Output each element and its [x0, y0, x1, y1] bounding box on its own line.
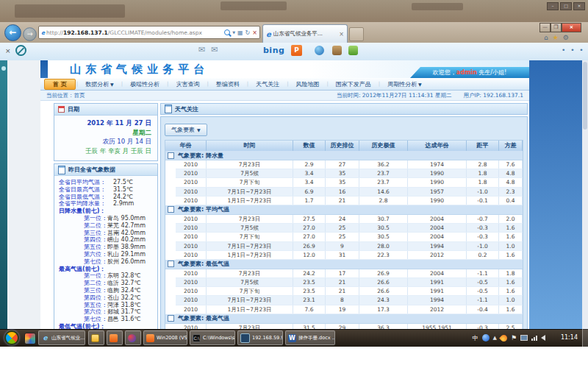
- taskbar-window-4[interactable]: Win2008 (VS2...: [143, 330, 187, 345]
- taskbar-window-2[interactable]: [107, 330, 123, 345]
- taskbar-clock[interactable]: 11:14: [561, 334, 578, 341]
- close-icon[interactable]: ×: [573, 2, 585, 10]
- search-icon[interactable]: [224, 29, 230, 35]
- table-row[interactable]: 20101月1日~7月23日12.03122.320120.21.6: [176, 251, 523, 260]
- column-header-2[interactable]: 数值: [293, 141, 326, 151]
- speaker-icon[interactable]: [541, 335, 545, 341]
- nav-item-1[interactable]: 数据分析 ▼: [79, 79, 121, 90]
- table-group-row-0[interactable]: 气象要素: 降水量: [165, 151, 523, 160]
- table-row[interactable]: 20107月1日~7月23日23.1824.31994-1.11.0: [176, 296, 523, 305]
- refresh-icon[interactable]: ↻: [245, 29, 251, 36]
- column-header-1[interactable]: 时间: [207, 141, 293, 151]
- close-button[interactable]: ×: [562, 23, 581, 32]
- minimize-icon[interactable]: –: [547, 2, 559, 10]
- group-checkbox[interactable]: [168, 261, 174, 267]
- home-icon[interactable]: ⌂: [544, 34, 548, 41]
- overflow-dots[interactable]: • • •: [562, 46, 585, 54]
- cell: -1.0: [467, 242, 499, 250]
- paw-icon[interactable]: [332, 46, 342, 55]
- rank-item: 第五位：即墨 38.9mm: [59, 244, 153, 251]
- taskbar-window-6[interactable]: 192.168.59.99...: [237, 330, 283, 345]
- table-row[interactable]: 20107月5候27.02530.52004-0.31.6: [176, 224, 523, 233]
- column-header-7[interactable]: 方差: [499, 141, 523, 151]
- mail-send-icon[interactable]: ✉: [211, 45, 218, 54]
- rank-item: 第一位：青岛 95.0mm: [59, 215, 153, 222]
- nav-item-8[interactable]: 周期性分析 ▼: [381, 79, 429, 90]
- close-sidebar-icon[interactable]: ×: [5, 47, 11, 54]
- minimize-button[interactable]: —: [539, 23, 551, 32]
- tray-network-ball-icon[interactable]: [482, 334, 490, 342]
- table-group-row-1[interactable]: 气象要素: 平均气温: [165, 205, 523, 215]
- taskbar-window-3[interactable]: [125, 330, 141, 345]
- taskbar-window-7[interactable]: W操作手册.docx ...: [285, 330, 335, 345]
- blocked-icon[interactable]: [15, 45, 26, 56]
- start-button[interactable]: [4, 330, 19, 345]
- network-bars-icon[interactable]: [531, 336, 537, 341]
- table-row[interactable]: 20107月下旬23.52126.61991-0.51.6: [176, 287, 523, 296]
- group-checkbox[interactable]: [168, 152, 174, 159]
- maximize-button[interactable]: ❐: [551, 23, 562, 32]
- address-bar[interactable]: e http://192.168.137.1/GLCCLIMATE/module…: [38, 26, 260, 39]
- tray-monitor-icon[interactable]: [520, 335, 528, 341]
- back-button[interactable]: ←: [4, 24, 21, 41]
- taskbar-window-0[interactable]: e山东省气候业...: [38, 330, 85, 345]
- ime-indicator[interactable]: 中: [473, 334, 478, 342]
- stop-icon[interactable]: ×: [252, 29, 257, 36]
- table-row[interactable]: 20107月下旬3.43523.719901.84.8: [176, 178, 523, 187]
- orange-app-icon[interactable]: P: [291, 45, 302, 56]
- table-row[interactable]: 20107月23日24.21726.92004-1.11.8: [176, 269, 523, 278]
- nav-item-5[interactable]: 天气关注: [249, 79, 286, 90]
- compatibility-icon[interactable]: ▦: [237, 29, 243, 36]
- table-group-row-2[interactable]: 气象要素: 最低气温: [165, 260, 523, 269]
- browser-tab[interactable]: e 山东省气候业务平... ×: [262, 24, 348, 43]
- column-header-0[interactable]: 年份: [165, 141, 207, 151]
- mail-icon[interactable]: ✉: [198, 45, 205, 54]
- show-desktop-button[interactable]: [582, 329, 588, 347]
- maximize-icon[interactable]: □: [560, 2, 572, 10]
- nav-item-3[interactable]: 灾害查询: [169, 79, 206, 90]
- pinned-app-icon[interactable]: [24, 333, 36, 344]
- favorites-star-icon[interactable]: ★: [553, 34, 559, 41]
- column-header-5[interactable]: 达成年份: [408, 141, 467, 151]
- nav-item-6[interactable]: 风险地图: [289, 79, 326, 90]
- action-center-flag-icon[interactable]: ⚑: [511, 334, 517, 342]
- chevron-down-icon: ▼: [197, 127, 201, 132]
- new-tab-button[interactable]: [349, 27, 364, 41]
- table-row[interactable]: 20107月23日27.52430.72004-0.72.0: [176, 215, 523, 224]
- table-row[interactable]: 20107月下旬27.02530.52004-0.31.6: [176, 233, 523, 241]
- table-row[interactable]: 20107月1日~7月23日6.91614.61957-1.02.3: [176, 188, 523, 197]
- table-row[interactable]: 20107月5候3.43523.719901.84.8: [176, 169, 523, 178]
- chevron-down-icon[interactable]: ▼: [232, 30, 235, 35]
- nav-item-4[interactable]: 整编资料: [209, 79, 246, 90]
- bing-logo[interactable]: bing: [263, 46, 284, 55]
- column-header-3[interactable]: 历史排位: [326, 141, 359, 151]
- table-row[interactable]: 20101月1日~7月23日1.7212.81990-0.10.4: [176, 197, 523, 205]
- table-row[interactable]: 20107月23日2.92736.219742.87.6: [176, 160, 523, 169]
- side-strip-knob[interactable]: [1, 66, 6, 71]
- table-group-row-3[interactable]: 气象要素: 最高气温: [165, 314, 523, 324]
- column-header-6[interactable]: 距平: [467, 141, 499, 151]
- scrollbar-thumb[interactable]: [583, 62, 587, 130]
- column-header-4[interactable]: 历史极值: [359, 141, 408, 151]
- taskbar-window-5[interactable]: C:\C:\Windows\s...: [190, 330, 235, 345]
- cell: 2010: [176, 188, 207, 196]
- element-filter-button[interactable]: 气象要素 ▼: [165, 124, 207, 136]
- tray-expand-icon[interactable]: ▲: [493, 335, 497, 341]
- settings-gear-icon[interactable]: ⚙: [563, 34, 569, 41]
- group-checkbox[interactable]: [168, 206, 174, 213]
- forward-button[interactable]: →: [23, 27, 36, 40]
- taskbar-window-1[interactable]: [88, 330, 104, 345]
- table-row[interactable]: 20101月1日~7月23日7.61917.32012-0.41.6: [176, 305, 523, 314]
- nav-item-2[interactable]: 极端性分析: [123, 79, 166, 90]
- table-row[interactable]: 20107月5候23.52126.61991-0.51.6: [176, 278, 523, 287]
- tray-alert-icon[interactable]: [499, 333, 509, 343]
- cell: 1994: [408, 296, 467, 304]
- nav-item-7[interactable]: 国家下发产品: [329, 79, 378, 90]
- tab-close-icon[interactable]: ×: [339, 31, 344, 38]
- plugin-icon[interactable]: [348, 46, 358, 55]
- nav-item-0[interactable]: 首 页: [44, 79, 76, 90]
- table-row[interactable]: 20107月1日~7月23日26.9928.01994-1.01.0: [176, 242, 523, 251]
- messenger-icon[interactable]: [315, 46, 324, 55]
- group-checkbox[interactable]: [168, 315, 174, 322]
- weather-panel-header: 昨日全省气象数据: [54, 164, 157, 176]
